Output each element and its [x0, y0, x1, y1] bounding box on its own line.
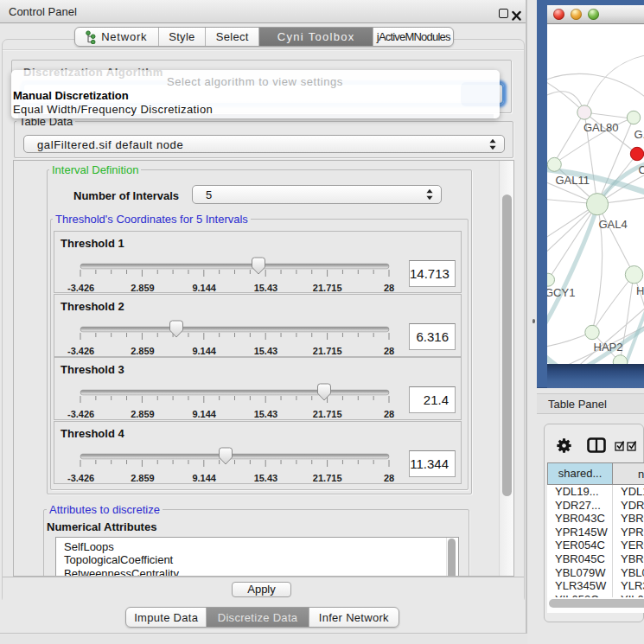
svg-text:H: H: [636, 284, 644, 297]
svg-text:GAL80: GAL80: [583, 121, 618, 134]
svg-text:GAL4: GAL4: [599, 218, 628, 231]
svg-text:GCY1: GCY1: [547, 286, 575, 299]
svg-text:G.: G.: [634, 128, 644, 141]
svg-text:C: C: [639, 163, 644, 176]
svg-text:GAL11: GAL11: [556, 174, 590, 187]
svg-text:HAP2: HAP2: [594, 341, 623, 354]
